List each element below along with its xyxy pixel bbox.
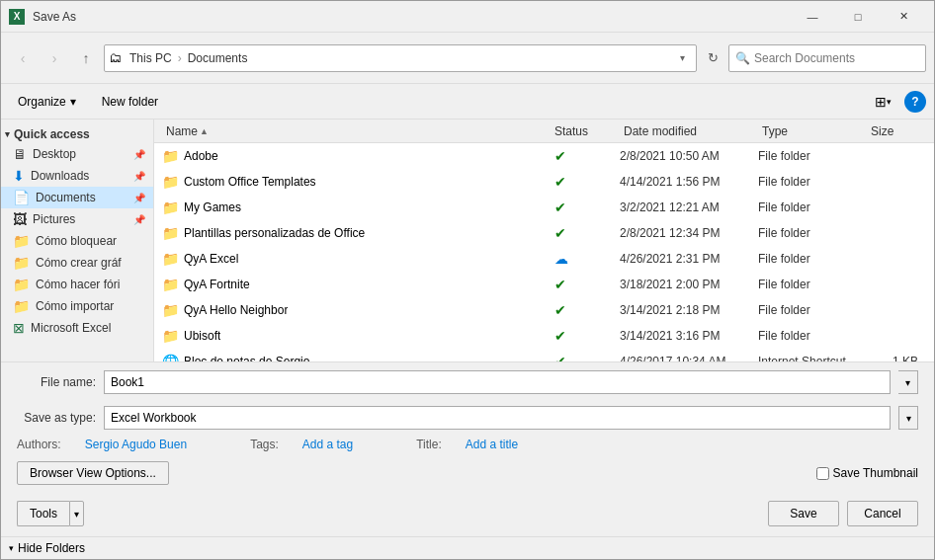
savetype-select[interactable]: Excel WorkbookExcel Macro-Enabled Workbo… xyxy=(104,406,891,430)
organize-button[interactable]: Organize ▾ xyxy=(9,90,85,114)
file-date-cell: 4/26/2017 10:34 AM xyxy=(620,355,758,362)
save-button[interactable]: Save xyxy=(768,501,839,526)
downloads-icon: ⬇ xyxy=(13,168,25,184)
file-date-cell: 2/8/2021 12:34 PM xyxy=(620,226,758,240)
table-row[interactable]: 📁 My Games ✔ 3/2/2021 12:21 AM File fold… xyxy=(154,195,934,220)
window-controls: — □ ✕ xyxy=(790,1,926,33)
sidebar-pictures-label: Pictures xyxy=(33,212,75,226)
cancel-button[interactable]: Cancel xyxy=(847,501,918,526)
col-header-date[interactable]: Date modified xyxy=(620,124,758,138)
documents-pin-icon: 📌 xyxy=(133,193,145,203)
sidebar-item-desktop[interactable]: 🖥 Desktop 📌 xyxy=(1,143,153,165)
close-button[interactable]: ✕ xyxy=(881,1,926,33)
organize-arrow-icon: ▾ xyxy=(70,95,76,109)
pictures-pin-icon: 📌 xyxy=(133,214,145,225)
file-name-text: QyA Excel xyxy=(184,252,238,266)
file-name-cell: 📁 Custom Office Templates xyxy=(162,174,551,190)
quick-access-header[interactable]: ▾ Quick access xyxy=(1,123,153,143)
hide-folders-arrow-icon: ▾ xyxy=(9,543,14,553)
savetype-label: Save as type: xyxy=(17,411,96,425)
tools-dropdown-button[interactable]: ▾ xyxy=(69,501,84,526)
view-icon: ⊞ xyxy=(875,94,887,110)
view-button[interactable]: ⊞ ▾ xyxy=(869,90,896,114)
file-type-cell: File folder xyxy=(758,278,867,291)
file-type-cell: File folder xyxy=(758,329,867,343)
new-folder-button[interactable]: New folder xyxy=(93,90,167,114)
excel-app-icon: ⊠ xyxy=(13,320,25,336)
table-row[interactable]: 📁 Adobe ✔ 2/8/2021 10:50 AM File folder xyxy=(154,143,934,169)
search-input[interactable] xyxy=(754,51,919,65)
filename-dropdown-button[interactable]: ▾ xyxy=(898,370,918,394)
sidebar-item-como-bloquear[interactable]: 📁 Cómo bloquear xyxy=(1,230,153,252)
thumbnail-checkbox[interactable] xyxy=(816,467,829,480)
sidebar-item-como-importar[interactable]: 📁 Cómo importar xyxy=(1,295,153,317)
table-row[interactable]: 📁 Ubisoft ✔ 3/14/2021 3:16 PM File folde… xyxy=(154,323,934,349)
file-type-cell: File folder xyxy=(758,226,867,240)
sidebar-item-como-crear[interactable]: 📁 Cómo crear gráf xyxy=(1,252,153,274)
file-list-header: Name ▲ Status Date modified Type Size xyxy=(154,120,934,143)
pictures-icon: 🖼 xyxy=(13,211,27,227)
col-header-type[interactable]: Type xyxy=(758,124,867,138)
file-date-cell: 3/2/2021 12:21 AM xyxy=(620,200,758,214)
back-button[interactable]: ‹ xyxy=(9,44,37,72)
authors-value[interactable]: Sergio Agudo Buen xyxy=(85,438,187,451)
excel-icon: X xyxy=(14,11,21,22)
address-dropdown-button[interactable]: ▾ xyxy=(672,47,692,69)
status-sync-icon: ☁ xyxy=(554,251,568,267)
table-row[interactable]: 📁 QyA Hello Neighbor ✔ 3/14/2021 2:18 PM… xyxy=(154,297,934,323)
sidebar-desktop-label: Desktop xyxy=(33,147,76,161)
file-name-text: QyA Hello Neighbor xyxy=(184,303,288,317)
forward-button[interactable]: › xyxy=(41,44,68,72)
sidebar-item-pictures[interactable]: 🖼 Pictures 📌 xyxy=(1,208,153,230)
path-documents[interactable]: Documents xyxy=(184,51,252,65)
file-date-cell: 4/14/2021 1:56 PM xyxy=(620,175,758,189)
tools-button[interactable]: Tools xyxy=(17,501,69,526)
title-value[interactable]: Add a title xyxy=(466,438,518,451)
up-button[interactable]: ↑ xyxy=(72,44,100,72)
maximize-button[interactable]: □ xyxy=(835,1,881,33)
tags-label: Tags: xyxy=(250,438,279,451)
help-button[interactable]: ? xyxy=(904,91,926,113)
downloads-pin-icon: 📌 xyxy=(133,171,145,182)
file-name-cell: 📁 QyA Excel xyxy=(162,251,551,267)
table-row[interactable]: 📁 Custom Office Templates ✔ 4/14/2021 1:… xyxy=(154,169,934,195)
path-this-pc[interactable]: This PC xyxy=(126,51,176,65)
status-ok-icon: ✔ xyxy=(554,354,566,362)
sidebar-item-documents[interactable]: 📄 Documents 📌 xyxy=(1,187,153,208)
file-size-cell: 1 KB xyxy=(867,355,926,362)
col-header-name[interactable]: Name ▲ xyxy=(162,124,551,138)
bottom-panel: File name: ▾ Save as type: Excel Workboo… xyxy=(1,361,934,559)
sidebar-item-downloads[interactable]: ⬇ Downloads 📌 xyxy=(1,165,153,187)
address-bar-folder-icon: 🗂 xyxy=(109,50,122,65)
savetype-dropdown-button[interactable]: ▾ xyxy=(898,406,918,430)
file-status-cell: ✔ xyxy=(551,174,620,190)
organize-label: Organize xyxy=(18,95,66,109)
sidebar-item-como-hacer[interactable]: 📁 Cómo hacer fóri xyxy=(1,274,153,295)
refresh-button[interactable]: ↻ xyxy=(701,46,724,70)
sort-arrow-icon: ▲ xyxy=(200,126,209,136)
filename-input[interactable] xyxy=(104,370,891,394)
folder-icon-1: 📁 xyxy=(13,255,30,271)
col-name-label: Name xyxy=(166,124,198,138)
table-row[interactable]: 📁 Plantillas personalizadas de Office ✔ … xyxy=(154,220,934,246)
hide-folders-bar[interactable]: ▾ Hide Folders xyxy=(1,536,934,559)
col-header-size[interactable]: Size xyxy=(867,124,926,138)
sidebar-como-importar-label: Cómo importar xyxy=(36,299,114,313)
file-name-cell: 📁 QyA Hello Neighbor xyxy=(162,302,551,318)
table-row[interactable]: 📁 QyA Fortnite ✔ 3/18/2021 2:00 PM File … xyxy=(154,272,934,297)
table-row[interactable]: 📁 QyA Excel ☁ 4/26/2021 2:31 PM File fol… xyxy=(154,246,934,272)
window-title: Save As xyxy=(33,10,790,24)
table-row[interactable]: 🌐 Bloc de notas de Sergio ✔ 4/26/2017 10… xyxy=(154,349,934,361)
folder-icon-2: 📁 xyxy=(13,277,30,292)
col-header-status[interactable]: Status xyxy=(551,124,620,138)
title-bar: X Save As — □ ✕ xyxy=(1,1,934,33)
action-bar: Organize ▾ New folder ⊞ ▾ ? xyxy=(1,84,934,120)
file-date-cell: 2/8/2021 10:50 AM xyxy=(620,149,758,163)
browser-view-button[interactable]: Browser View Options... xyxy=(17,461,169,485)
file-name-cell: 📁 Plantillas personalizadas de Office xyxy=(162,225,551,241)
tags-value[interactable]: Add a tag xyxy=(302,438,353,451)
minimize-button[interactable]: — xyxy=(790,1,835,33)
sidebar-como-crear-label: Cómo crear gráf xyxy=(36,256,122,270)
file-type-cell: File folder xyxy=(758,252,867,266)
sidebar-item-microsoft-excel[interactable]: ⊠ Microsoft Excel xyxy=(1,317,153,339)
